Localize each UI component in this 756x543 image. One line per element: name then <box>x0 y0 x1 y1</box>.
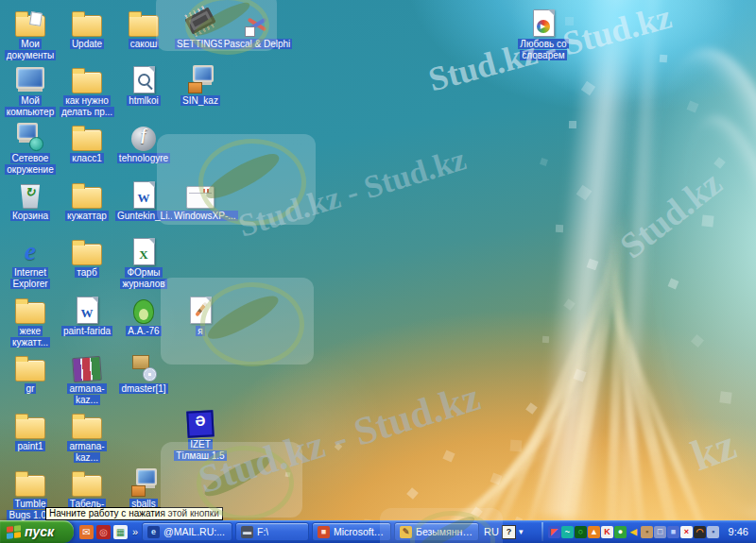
taskbar-task-button[interactable]: e@MAIL.RU:... <box>142 522 232 541</box>
network-icon <box>2 119 59 151</box>
word-icon: W <box>115 177 172 209</box>
desktop-icon-label: SIN_kaz <box>172 95 229 107</box>
system-tray: ◤~○▲K●◀▪□■×◠▪ <box>535 520 719 543</box>
tray-app-orange-icon[interactable]: ▲ <box>588 526 600 538</box>
desktop-icon-label: ФОрмы журналов <box>115 267 172 290</box>
desktop-icon-label: armana-kaz... <box>59 441 115 464</box>
desktop-icon[interactable]: тарб <box>59 233 115 279</box>
desktop-icon[interactable]: жеке кужатт... <box>2 292 59 348</box>
spreadsheet-quick-launch-icon[interactable]: ▦ <box>113 525 128 539</box>
tray-volume-icon[interactable]: ◀ <box>627 526 640 538</box>
taskbar-clock[interactable]: 9:46 <box>723 520 754 543</box>
tray-app-tan-icon[interactable]: ▪ <box>641 526 653 538</box>
desktop-icon[interactable]: Pascal & Delphi <box>219 5 295 50</box>
desktop-icon[interactable]: gr <box>2 349 59 395</box>
taskbar-task-button[interactable]: ▬F:\ <box>235 522 309 541</box>
desktop-icon-label: как нужно делать пр... <box>59 95 115 118</box>
desktop-icon[interactable]: Мой компьютер <box>2 61 59 118</box>
desktop-icon-label: paint1 <box>2 441 59 452</box>
desktop-icon[interactable]: сакош <box>115 5 172 50</box>
tray-network-error-icon[interactable]: × <box>680 526 693 538</box>
ie-icon: e <box>2 233 59 265</box>
sprite-icon <box>115 292 172 324</box>
desktop-icon-label: тарб <box>59 267 115 279</box>
installer-icon <box>115 465 172 497</box>
desktop-icon[interactable]: ƏIZET Тілмаш 1.5 <box>172 405 229 462</box>
desktop-icon[interactable]: armana-kaz... <box>59 349 115 406</box>
tray-app-green-dot-icon[interactable]: ● <box>614 526 627 538</box>
taskbar-task-button[interactable]: ✎Безымянны... <box>394 522 479 541</box>
desktop-icon[interactable]: WGuntekin_Li... <box>115 177 172 222</box>
desktop-icon[interactable]: А.А.-76 <box>115 292 172 337</box>
desktop-icon[interactable]: eInternet Explorer <box>2 233 59 290</box>
tray-app-green-ring-icon[interactable]: ○ <box>575 526 587 538</box>
pascal-icon <box>219 5 295 37</box>
tray-display-icon[interactable]: ▪ <box>707 526 719 538</box>
desktop-icon[interactable]: armana-kaz... <box>59 407 115 464</box>
quick-launch-overflow-chevron[interactable]: » <box>130 526 140 537</box>
folder-open-icon <box>2 5 59 37</box>
tray-network-computers-icon[interactable]: ■ <box>667 526 679 538</box>
start-button-tooltip: Начните работу с нажатия этой кнопки <box>45 507 223 520</box>
desktop-icon[interactable]: SIN_kaz <box>172 61 229 107</box>
excel-icon: X <box>115 233 172 265</box>
desktop-icon-label: Сетевое окружение <box>2 153 59 176</box>
computer-icon <box>2 61 59 93</box>
folder-icon <box>2 292 59 324</box>
desktop-icon-label: Корзина <box>2 211 59 222</box>
language-options-chevron-icon[interactable]: ▾ <box>519 527 524 536</box>
desktop-icon-label: Мои документы <box>2 39 59 61</box>
folder-icon <box>59 5 115 37</box>
desktop-icon[interactable]: Wpaint-farida <box>59 292 115 337</box>
tray-antivirus-k-icon[interactable]: K <box>601 526 613 538</box>
tray-app-dark-round-icon[interactable]: ◠ <box>694 526 706 538</box>
word-icon: W <box>59 292 115 324</box>
taskbar-task-button[interactable]: ■Microsoft P... <box>312 522 391 541</box>
tray-app-blue-icon[interactable]: ◤ <box>548 526 560 538</box>
desktop-icon[interactable]: как нужно делать пр... <box>59 61 115 118</box>
media-quick-launch-icon[interactable]: ◎ <box>96 525 111 539</box>
desktop-icon[interactable]: кужаттар <box>59 177 115 222</box>
folder-icon <box>59 233 115 265</box>
task-label: Microsoft P... <box>334 526 386 537</box>
task-label: F:\ <box>257 526 268 537</box>
desktop-icon-label: Update <box>59 39 115 50</box>
desktop-icon[interactable]: я <box>172 292 229 337</box>
desktop-icon[interactable]: Update <box>59 5 115 50</box>
desktop-icon[interactable]: paint1 <box>2 407 59 452</box>
tray-windows-pair-icon[interactable]: □ <box>654 526 666 538</box>
desktop-icon-label: tehnologyre <box>115 153 172 164</box>
quick-launch-bar: ✉◎▦ » <box>79 520 140 543</box>
folder-icon <box>115 5 172 37</box>
task-app-icon: ■ <box>318 526 330 538</box>
desktop-icon[interactable]: WindowsXP-... <box>172 177 229 222</box>
desktop-icon[interactable]: Мои документы <box>2 5 59 61</box>
desktop-icon-label: я <box>172 326 229 337</box>
task-label: Безымянны... <box>416 526 473 537</box>
tray-app-teal-bird-icon[interactable]: ~ <box>561 526 574 538</box>
window-icon <box>172 177 229 209</box>
desktop-icon-label: dmaster[1] <box>115 383 172 395</box>
desktop-icon-label: жеке кужатт... <box>2 326 59 348</box>
desktop-icon-label: класс1 <box>59 153 115 164</box>
language-bar: RU ? ▾ <box>484 520 523 543</box>
desktop-icon-label: сакош <box>115 39 172 50</box>
desktop-icon[interactable]: класс1 <box>59 119 115 164</box>
mail-quick-launch-icon[interactable]: ✉ <box>79 525 94 539</box>
folder-icon <box>2 349 59 382</box>
desktop-icon[interactable]: sballs <box>115 465 172 510</box>
flash-icon: f <box>115 119 172 151</box>
desktop-icon[interactable]: ▶Любовь со словарем <box>515 5 572 61</box>
folder-icon <box>2 407 59 439</box>
desktop-icon[interactable]: htmlkoi <box>115 61 172 107</box>
folder-icon <box>59 119 115 151</box>
start-button[interactable]: пуск <box>0 520 74 543</box>
language-indicator[interactable]: RU <box>484 526 499 537</box>
desktop-icon[interactable]: dmaster[1] <box>115 349 172 395</box>
desktop-icon[interactable]: ↻Корзина <box>2 177 59 222</box>
desktop-icon-label: gr <box>2 383 59 395</box>
language-help-icon[interactable]: ? <box>502 525 516 539</box>
desktop-icon[interactable]: XФОрмы журналов <box>115 233 172 290</box>
desktop-icon[interactable]: ftehnologyre <box>115 119 172 164</box>
desktop-icon[interactable]: Сетевое окружение <box>2 119 59 176</box>
